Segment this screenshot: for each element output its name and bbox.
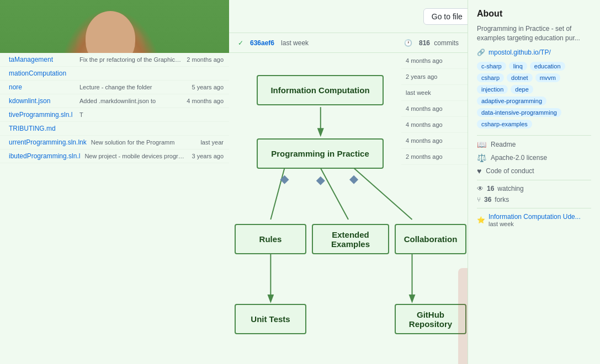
left-file-list: taManagement Fix the pr refactoring of t… [0, 53, 229, 364]
svg-line-2 [321, 168, 348, 220]
book-icon: 📖 [477, 140, 486, 149]
diagram-box-prog-practice[interactable]: Programming in Practice [257, 138, 384, 169]
udemy-link-text: Information Computation Ude... [489, 213, 581, 221]
clock-icon: 🕐 [404, 39, 412, 47]
commit-hash[interactable]: 636aef6 [250, 39, 274, 47]
heart-icon: ♥️ [477, 167, 481, 175]
watching-stat[interactable]: 👁 16 watching [477, 185, 591, 192]
tag-education[interactable]: education [530, 62, 565, 71]
tag-mvvm[interactable]: mvvm [535, 73, 560, 82]
diagram-box-github-repo[interactable]: GitHub Repository [395, 304, 466, 334]
commit-count[interactable]: 816 commits [419, 39, 459, 47]
svg-marker-6 [280, 175, 289, 184]
svg-marker-7 [316, 176, 325, 185]
diagram-box-info-computation[interactable]: Information Computation [257, 75, 384, 105]
go-to-file-button[interactable]: Go to file [423, 8, 471, 25]
eye-icon: 👁 [477, 185, 484, 192]
diagram-and-file-area: 4 months ago 2 years ago last week 4 mon… [229, 53, 468, 364]
diagram-box-rules[interactable]: Rules [235, 224, 306, 254]
list-item: ibutedProgramming.sln.l New project - mo… [0, 149, 229, 163]
about-description: Programming in Practice - set of example… [477, 24, 591, 43]
list-item: mationComputation [0, 67, 229, 81]
list-item: urrentProgramming.sln.lnk New solution f… [0, 136, 229, 149]
tag-adaptive[interactable]: adaptive-programming [477, 97, 546, 105]
svg-marker-8 [349, 175, 358, 184]
website-link[interactable]: 🔗 mpostol.github.io/TP/ [477, 49, 591, 56]
link-icon: 🔗 [477, 49, 485, 56]
repository-diagram: Information Computation Programming in P… [229, 53, 468, 364]
balance-icon: ⚖️ [477, 153, 486, 162]
fork-icon: ⑂ [477, 196, 481, 204]
diagram-box-extended-examples[interactable]: Extended Examples [312, 224, 389, 254]
check-icon: ✓ [238, 39, 243, 47]
diagram-box-unit-tests[interactable]: Unit Tests [235, 304, 306, 334]
list-item: kdownlint.json Added .markdownlint.json … [0, 94, 229, 108]
conduct-label: Code of conduct [486, 167, 534, 175]
list-item: nore Lecture - change the folder 5 years… [0, 81, 229, 94]
forks-stat[interactable]: ⑂ 36 forks [477, 196, 591, 204]
udemy-time: last week [489, 221, 581, 227]
tag-c-sharp[interactable]: c-sharp [477, 62, 506, 71]
readme-row[interactable]: 📖 Readme [477, 140, 591, 149]
about-title: About [477, 9, 591, 19]
udemy-link-row[interactable]: ⭐ Information Computation Ude... last we… [477, 213, 591, 227]
tag-injection[interactable]: injection [477, 85, 508, 94]
list-item: tiveProgramming.sln.l T [0, 108, 229, 122]
license-label: Apache-2.0 license [491, 154, 547, 162]
svg-line-3 [354, 168, 412, 220]
list-item: taManagement Fix the pr refactoring of t… [0, 53, 229, 67]
diagram-box-collaboration[interactable]: Collaboration [395, 224, 466, 254]
svg-line-1 [270, 168, 284, 220]
tag-data-intensive[interactable]: data-intensive-programming [477, 108, 561, 117]
youtube-video-overlay[interactable] [458, 268, 468, 364]
tag-list: c-sharp linq education csharp dotnet mvv… [477, 62, 591, 129]
tag-depe[interactable]: depe [511, 85, 533, 94]
tag-csharp-examples[interactable]: csharp-examples [477, 120, 532, 129]
commit-time: last week [281, 39, 309, 47]
tag-csharp[interactable]: csharp [477, 73, 504, 82]
conduct-row[interactable]: ♥️ Code of conduct [477, 167, 591, 175]
tag-dotnet[interactable]: dotnet [507, 73, 533, 82]
tag-linq[interactable]: linq [509, 62, 527, 71]
readme-label: Readme [491, 141, 516, 148]
list-item: TRIBUTING.md [0, 122, 229, 136]
license-row[interactable]: ⚖️ Apache-2.0 license [477, 153, 591, 162]
commit-bar: ✓ 636aef6 last week 🕐 816 commits [229, 33, 468, 53]
about-sidebar: About Programming in Practice - set of e… [468, 0, 600, 364]
star-icon: ⭐ [477, 216, 485, 224]
